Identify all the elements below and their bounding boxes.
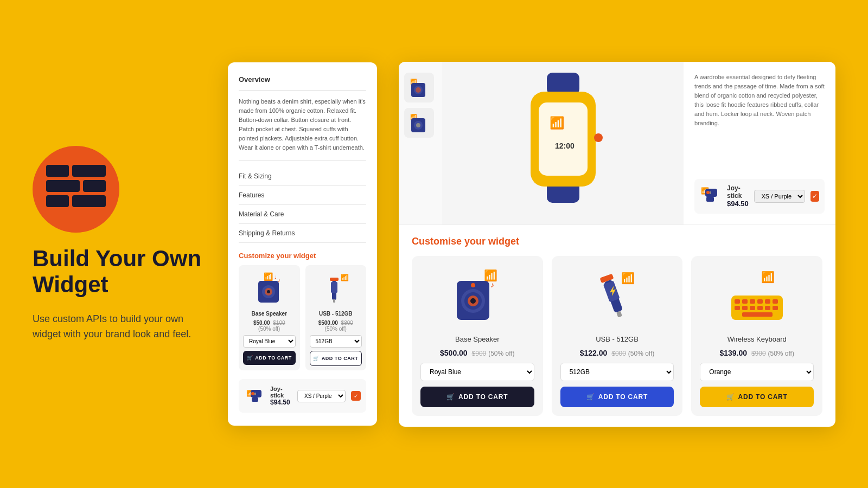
right-joystick-row: 📶 Joy-stick $94.50 XS / Purple ✓	[694, 179, 825, 214]
thumbnail-1[interactable]: 📶	[404, 73, 434, 102]
product-card-sm-usb: 📶 USB - 512GB $500.00 $800 (50% off) 512…	[305, 265, 367, 370]
add-to-cart-label-lg-2: ADD TO CART	[598, 393, 648, 401]
left-description: Use custom APIs to build your own widget…	[33, 311, 206, 343]
usb-image-lg: 📶 ⚡	[585, 265, 650, 330]
right-thumbnails: 📶 📶	[399, 62, 442, 224]
svg-rect-1	[72, 165, 106, 177]
svg-point-26	[416, 87, 421, 93]
svg-rect-31	[547, 73, 579, 94]
product-card-lg-keyboard: 📶	[691, 256, 822, 416]
right-joystick-info: Joy-stick $94.50	[727, 184, 749, 208]
accordion-fit-sizing[interactable]: Fit & Sizing	[239, 167, 366, 186]
right-joystick-img: 📶	[700, 184, 722, 208]
accordion-shipping[interactable]: Shipping & Returns	[239, 224, 366, 243]
joystick-size-select-sm[interactable]: XS / Purple	[297, 390, 346, 402]
add-to-cart-lg-keyboard[interactable]: 🛒 ADD TO CART	[700, 387, 814, 407]
svg-rect-67	[742, 306, 748, 310]
svg-text:12:00: 12:00	[555, 142, 575, 150]
product-name-lg-usb: USB - 512GB	[596, 335, 639, 343]
svg-rect-17	[333, 299, 335, 303]
svg-text:♪: ♪	[278, 277, 280, 283]
svg-rect-16	[331, 282, 337, 293]
svg-rect-72	[742, 312, 773, 317]
storage-select-lg-usb[interactable]: 512GB	[560, 363, 674, 381]
right-joystick-price: $94.50	[727, 200, 749, 208]
svg-rect-63	[757, 299, 763, 304]
add-to-cart-sm-speaker[interactable]: 🛒 ADD TO CART	[243, 351, 296, 365]
cart-icon-lg-1: 🛒	[446, 393, 455, 401]
divider-1	[239, 90, 366, 91]
joystick-img-sm: 📶	[244, 384, 265, 407]
product-card-lg-speaker: 📶 ♪ ♩	[412, 256, 543, 416]
product-price-lg-speaker: $500.00 $900 (50% off)	[440, 349, 515, 357]
product-card-sm-speaker: 📶 ♪ ♩ Base Speaker $50.00 $100 (50% off)	[239, 265, 300, 370]
add-to-cart-sm-usb[interactable]: 🛒 ADD TO CART	[310, 351, 362, 366]
svg-point-50	[470, 298, 476, 304]
joystick-name-sm: Joy-stick	[270, 386, 292, 399]
svg-rect-61	[742, 299, 748, 304]
joystick-info-sm: Joy-stick $94.50	[270, 386, 292, 406]
product-name-sm-usb: USB - 512GB	[319, 311, 353, 317]
joystick-price-sm: $94.50	[270, 399, 292, 406]
overview-text: Nothing beats a denim shirt, especially …	[239, 97, 366, 152]
svg-rect-21	[254, 393, 256, 395]
svg-rect-3	[83, 180, 106, 192]
right-widget: 📶 📶	[399, 62, 835, 427]
products-grid-lg: 📶 ♪ ♩	[412, 256, 822, 416]
svg-rect-66	[735, 306, 740, 310]
svg-point-40	[706, 191, 710, 194]
cart-icon-lg-2: 🛒	[586, 393, 595, 401]
right-top-section: 📶 📶	[399, 62, 835, 225]
svg-rect-69	[757, 306, 763, 310]
svg-rect-65	[773, 299, 778, 304]
product-price-lg-usb: $122.00 $000 (50% off)	[580, 349, 655, 357]
add-to-cart-label-lg-1: ADD TO CART	[458, 393, 508, 401]
color-select-lg-speaker[interactable]: Royal Blue	[420, 363, 534, 381]
left-panel: Build Your Own Widget Use custom APIs to…	[33, 146, 206, 342]
accordion-features[interactable]: Features	[239, 186, 366, 205]
color-select-sm-speaker[interactable]: Royal Blue	[243, 335, 296, 348]
divider-2	[239, 160, 366, 160]
keyboard-image-lg: 📶	[724, 265, 789, 330]
right-joystick-name: Joy-stick	[727, 184, 749, 200]
svg-rect-22	[252, 397, 258, 402]
right-joystick-select[interactable]: XS / Purple	[754, 190, 805, 203]
widget-products-sm: 📶 ♪ ♩ Base Speaker $50.00 $100 (50% off)	[239, 265, 366, 370]
product-name-lg-speaker: Base Speaker	[455, 335, 500, 343]
right-joystick-check[interactable]: ✓	[810, 191, 819, 202]
cart-icon-lg-3: 🛒	[726, 393, 735, 401]
svg-rect-4	[46, 195, 69, 207]
speaker-image-lg: 📶 ♪ ♩	[445, 265, 510, 330]
add-to-cart-label-sm-2: ADD TO CART	[322, 356, 358, 361]
add-to-cart-lg-speaker[interactable]: 🛒 ADD TO CART	[420, 387, 534, 407]
middle-widget: Overview Nothing beats a denim shirt, es…	[228, 62, 377, 426]
add-to-cart-label-sm-1: ADD TO CART	[255, 355, 291, 361]
logo-circle	[33, 146, 119, 233]
left-title: Build Your Own Widget	[33, 246, 206, 298]
storage-select-sm-usb[interactable]: 512GB	[310, 335, 362, 348]
right-bottom-section: Customise your widget 📶 ♪ ♩	[399, 225, 835, 427]
product-price-sm-speaker: $50.00 $100 (50% off)	[253, 320, 285, 332]
svg-rect-64	[765, 299, 770, 304]
add-to-cart-lg-usb[interactable]: 🛒 ADD TO CART	[560, 387, 674, 407]
joystick-checkbox-sm[interactable]: ✓	[351, 391, 361, 401]
svg-rect-5	[72, 195, 106, 207]
svg-rect-0	[46, 165, 69, 177]
svg-text:📶: 📶	[341, 273, 349, 281]
svg-rect-14	[330, 278, 339, 281]
svg-point-51	[471, 283, 475, 287]
product-name-sm-speaker: Base Speaker	[251, 311, 287, 317]
svg-text:📶: 📶	[263, 272, 273, 281]
svg-text:📶: 📶	[550, 115, 565, 130]
svg-rect-62	[750, 299, 755, 304]
accordion-material[interactable]: Material & Care	[239, 205, 366, 224]
svg-text:♩: ♩	[275, 275, 277, 280]
svg-text:📶: 📶	[761, 271, 775, 284]
svg-rect-41	[710, 191, 711, 194]
svg-rect-42	[706, 197, 714, 202]
cart-icon-sm-2: 🛒	[313, 356, 320, 361]
product-price-lg-keyboard: $139.00 $900 (50% off)	[719, 349, 794, 357]
color-select-lg-keyboard[interactable]: Orange	[700, 363, 814, 381]
svg-rect-60	[735, 299, 740, 304]
thumbnail-2[interactable]: 📶	[404, 108, 434, 138]
